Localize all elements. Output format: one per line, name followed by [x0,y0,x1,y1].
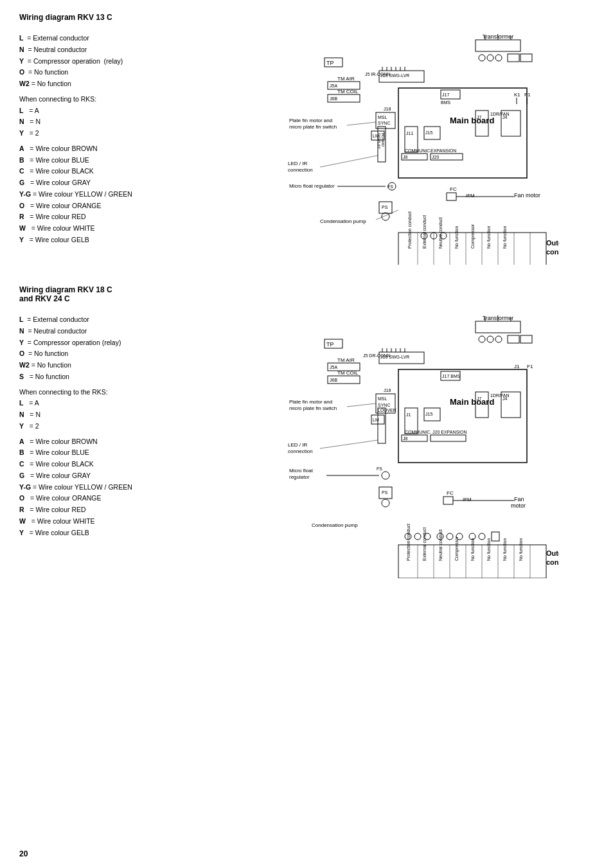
svg-text:LED / IR: LED / IR [288,442,307,448]
svg-text:Micro float regulator: Micro float regulator [289,183,335,189]
svg-text:J5 DR-CONN: J5 DR-CONN [363,353,390,358]
svg-text:Micro float: Micro float [289,468,314,474]
svg-text:IFM: IFM [463,497,472,502]
legend-col-2: L = External conductor N = Neutral condu… [19,308,148,580]
svg-text:J1: J1 [514,364,520,369]
svg-point-107 [487,336,493,342]
svg-text:J6B: J6B [330,378,337,382]
svg-text:Fan motor: Fan motor [514,192,540,199]
diagram-area-1: Transformer TP TM AIR [148,27,594,266]
svg-text:Protection conduct: Protection conduct [406,524,411,561]
svg-line-155 [347,403,376,407]
svg-text:Condensation pump: Condensation pump [312,522,358,528]
svg-text:J20: J20 [432,155,439,159]
svg-text:BMS: BMS [441,100,451,105]
svg-rect-171 [443,497,453,504]
svg-text:connection: connection [288,167,313,173]
page: Wiring diagram RKV 13 C L = External con… [0,0,613,868]
svg-text:J11: J11 [406,131,413,136]
svg-text:micro plate fin switch: micro plate fin switch [289,405,337,411]
svg-text:IFM: IFM [466,193,475,199]
svg-point-184 [479,533,485,540]
svg-text:LED / IR: LED / IR [288,161,307,166]
svg-text:LOUVER: LOUVER [378,408,396,412]
svg-text:J17 BMS: J17 BMS [442,374,461,378]
diagram-section-rkv13c: Wiring diagram RKV 13 C L = External con… [19,13,594,266]
diagram-area-2: Transformer TP TM AIR J5A [148,308,594,580]
svg-text:PS: PS [382,205,388,209]
diagram-title-2: Wiring diagram RKV 18 C and RKV 24 C [19,285,594,303]
svg-text:TM COIL: TM COIL [337,89,359,94]
svg-text:FS: FS [377,466,382,471]
svg-text:No function: No function [502,226,507,249]
svg-text:connections: connections [546,558,559,566]
svg-rect-9 [520,54,532,62]
svg-text:Protection conduct: Protection conduct [407,211,412,249]
svg-text:regulator: regulator [289,474,310,480]
svg-rect-110 [520,335,532,343]
svg-text:FC: FC [450,186,457,192]
svg-text:PS: PS [382,490,388,495]
svg-text:Condensation pump: Condensation pump [320,218,366,224]
svg-text:No function: No function [502,538,507,561]
svg-text:J7: J7 [477,396,482,401]
svg-text:EXPANSION: EXPANSION [431,148,456,153]
svg-text:Neutral conduct: Neutral conduct [438,529,443,561]
svg-text:J5A: J5A [330,84,337,88]
svg-text:J15: J15 [425,130,432,135]
svg-text:FS: FS [387,184,393,189]
page-number: 20 [19,849,28,858]
svg-line-57 [347,122,376,125]
svg-text:J17: J17 [442,93,449,97]
svg-text:micro plate fin switch: micro plate fin switch [289,124,337,130]
svg-text:TM COIL: TM COIL [337,370,359,376]
svg-text:No function: No function [486,226,491,249]
svg-text:No function: No function [454,226,459,249]
svg-text:External conduct: External conduct [422,527,427,561]
svg-text:J5 IR-CONN: J5 IR-CONN [365,72,390,76]
svg-text:FC: FC [447,490,454,496]
svg-text:Plate fin motor and: Plate fin motor and [289,399,332,405]
svg-text:Main board: Main board [450,116,494,125]
svg-text:J8: J8 [403,155,408,159]
svg-text:Main board: Main board [450,397,494,407]
svg-text:Fan: Fan [514,496,524,502]
svg-rect-74 [447,193,456,200]
svg-text:K1: K1 [514,92,520,98]
svg-text:Outdoor part: Outdoor part [546,549,559,557]
svg-text:J7: J7 [477,115,482,120]
svg-text:TP: TP [326,341,334,348]
legend-col-1: L = External conductor N = Neutral condu… [19,27,148,266]
svg-point-5 [479,55,485,61]
diagram-section-rkv18c: Wiring diagram RKV 18 C and RKV 24 C L =… [19,285,594,580]
svg-text:F1: F1 [524,92,531,98]
svg-text:COMMUNIC.: COMMUNIC. [405,430,431,434]
svg-text:J4: J4 [502,396,508,401]
svg-text:J1: J1 [406,412,411,417]
svg-text:motor: motor [511,502,526,509]
svg-text:COMMUNIC.: COMMUNIC. [405,148,431,153]
svg-point-165 [382,472,389,479]
svg-text:No function: No function [470,538,475,561]
svg-line-161 [320,440,378,448]
svg-text:Plate fin motor and: Plate fin motor and [289,118,332,123]
svg-rect-102 [475,321,520,333]
svg-text:TP: TP [326,60,334,66]
svg-text:MSL: MSL [378,115,387,120]
svg-text:J15: J15 [425,412,432,416]
svg-text:SYNC: SYNC [378,403,390,407]
svg-line-65 [320,155,378,167]
svg-text:TM AIR: TM AIR [337,357,355,363]
svg-point-72 [382,213,389,220]
svg-text:Outdoor part: Outdoor part [546,239,559,247]
svg-text:MSL: MSL [378,396,387,401]
diagram-title-1: Wiring diagram RKV 13 C [19,13,594,22]
svg-point-6 [487,55,493,61]
svg-text:connections: connections [546,248,559,256]
svg-point-181 [447,533,453,540]
svg-point-169 [382,499,389,507]
svg-text:F1: F1 [527,364,533,369]
svg-rect-185 [492,532,499,541]
svg-text:External conduct: External conduct [422,215,427,249]
svg-text:No function: No function [519,538,523,561]
